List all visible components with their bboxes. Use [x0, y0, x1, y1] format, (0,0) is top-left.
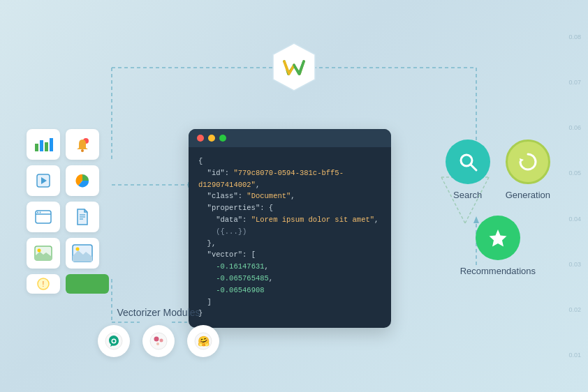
svg-point-35 [160, 339, 163, 342]
weaviate-logo [269, 42, 319, 92]
notification-icon [66, 129, 99, 160]
openai-icon [98, 325, 130, 357]
maximize-dot [219, 135, 226, 142]
cohere-icon [142, 325, 175, 357]
bg-num: 0.06 [483, 124, 581, 131]
svg-point-36 [156, 342, 159, 345]
svg-point-32 [112, 340, 115, 342]
vectorizer-label: Vectorizer Modules [117, 307, 200, 318]
vectorizer-icons: 🤗 [98, 325, 219, 357]
code-titlebar [189, 129, 391, 147]
huggingface-icon: 🤗 [187, 325, 219, 357]
left-icons-cluster: ! [27, 129, 99, 294]
alert-icon: ! [27, 274, 60, 294]
features-panel: Search Generation Recommendations [446, 140, 550, 276]
window-icon [27, 202, 60, 232]
svg-point-15 [37, 212, 38, 213]
svg-marker-29 [489, 229, 506, 247]
recommendations-feature: Recommendations [460, 216, 536, 276]
green-bar [66, 274, 109, 294]
bg-num: 0.02 [483, 306, 581, 313]
svg-point-23 [76, 248, 80, 251]
pie-chart-icon [66, 165, 99, 196]
bar-chart-icon [27, 129, 60, 160]
svg-point-16 [40, 212, 41, 213]
bg-num: 0.01 [483, 352, 581, 359]
generation-circle [506, 140, 550, 184]
svg-point-21 [38, 249, 41, 252]
close-dot [197, 135, 204, 142]
bg-num: 0.07 [483, 79, 581, 86]
svg-rect-5 [40, 140, 43, 151]
generation-feature: Generation [506, 140, 550, 200]
svg-point-9 [81, 149, 84, 152]
search-label: Search [453, 190, 482, 200]
svg-point-33 [150, 333, 167, 349]
search-circle [446, 140, 490, 184]
svg-rect-7 [50, 138, 53, 151]
svg-rect-6 [45, 142, 48, 151]
search-feature: Search [446, 140, 490, 200]
play-icon [27, 165, 60, 196]
recommendations-circle [476, 216, 520, 260]
svg-marker-28 [520, 158, 524, 163]
svg-line-27 [471, 165, 476, 170]
document-icon [66, 202, 99, 232]
bg-num: 0.08 [483, 33, 581, 40]
svg-point-34 [154, 337, 159, 342]
code-content: { "id": "779c8070-0594-381c-bff5-d129074… [189, 147, 391, 328]
code-window: { "id": "779c8070-0594-381c-bff5-d129074… [189, 129, 391, 328]
image-icon [27, 238, 60, 269]
generation-label: Generation [506, 190, 550, 200]
svg-text:🤗: 🤗 [198, 336, 210, 347]
svg-rect-4 [35, 144, 38, 151]
svg-text:!: ! [43, 280, 45, 288]
recommendations-label: Recommendations [460, 266, 536, 276]
landscape-icon [66, 238, 99, 269]
vectorizer-section: Vectorizer Modules 🤗 [98, 307, 219, 357]
minimize-dot [208, 135, 215, 142]
